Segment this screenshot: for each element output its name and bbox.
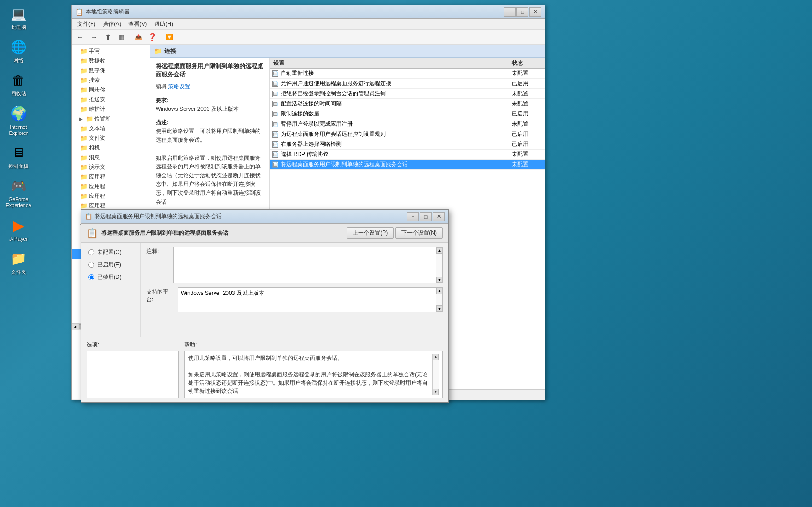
- dialog-maximize-button[interactable]: □: [420, 212, 432, 221]
- settings-row-7[interactable]: 📄 在服务器上选择网络检测 已启用: [270, 139, 545, 150]
- settings-row-3[interactable]: 📄 配置活动连接的时间间隔 未配置: [270, 99, 545, 109]
- radio-not-configured[interactable]: 未配置(C): [88, 248, 133, 256]
- window-title-text: 本地组策略编辑器: [86, 8, 504, 16]
- window-close-button[interactable]: ✕: [529, 7, 541, 17]
- toolbar-filter-button[interactable]: 🔽: [163, 31, 176, 43]
- desktop-icon-ie[interactable]: 🌍 Internet Explorer: [2, 104, 35, 136]
- radio-not-configured-label: 未配置(C): [97, 248, 122, 256]
- dialog-platform-scroll-up[interactable]: ▲: [436, 288, 442, 294]
- dialog-title-text: 将远程桌面服务用户限制到单独的远程桌面服务会话: [95, 213, 407, 220]
- help-scrollbar: ▲ ▼: [432, 354, 439, 395]
- setting-name-6: 📄 为远程桌面服务用户会话远程控制设置规则: [270, 129, 508, 139]
- scroll-left-arrow[interactable]: ◀: [72, 324, 78, 330]
- recycle-icon: 🗑: [9, 71, 28, 89]
- setting-name-0: 📄 自动重新连接: [270, 69, 508, 78]
- folder-icon-label: 文件夹: [11, 269, 26, 275]
- tree-item-file[interactable]: 📁 文件资: [72, 133, 150, 143]
- toolbar-export-button[interactable]: 📤: [132, 31, 145, 43]
- tree-item-shouxie[interactable]: 📁 手写: [72, 46, 150, 56]
- settings-row-8[interactable]: 📄 选择 RDP 传输协议 未配置: [270, 150, 545, 160]
- toolbar-separator2: [161, 33, 161, 42]
- help-scroll-up[interactable]: ▲: [433, 354, 439, 360]
- policy-icon-0: 📄: [272, 70, 279, 77]
- desktop-icon-control[interactable]: 🖥 控制面板: [2, 144, 35, 169]
- tree-item-msg[interactable]: 📁 消息: [72, 153, 150, 162]
- radio-not-configured-input[interactable]: [88, 249, 94, 255]
- settings-row-2[interactable]: 📄 拒绝将已经登录到控制台会话的管理员注销 未配置: [270, 89, 545, 99]
- recycle-icon-label: 回收站: [11, 91, 26, 97]
- settings-row-5[interactable]: 📄 暂停用户登录以完成应用注册 未配置: [270, 119, 545, 129]
- desktop-icon-network[interactable]: 🌐 网络: [2, 38, 35, 63]
- setting-name-2: 📄 拒绝将已经登录到控制台会话的管理员注销: [270, 89, 508, 98]
- policy-icon-2: 📄: [272, 90, 279, 98]
- settings-header: 设置 状态: [270, 58, 545, 69]
- policy-title: 将远程桌面服务用户限制到单独的远程桌面服务会话: [156, 62, 264, 79]
- next-setting-button[interactable]: 下一个设置(N): [395, 227, 443, 239]
- prev-setting-button[interactable]: 上一个设置(P): [347, 227, 394, 239]
- help-scroll-down[interactable]: ▼: [433, 389, 439, 395]
- dialog-bottom: 选项: 帮助: 使用此策略设置，可以将用户限制到单独的远程桌面服务会话。 如果启…: [81, 337, 448, 402]
- settings-row-1[interactable]: 📄 允许用户通过使用远程桌面服务进行远程连接 已启用: [270, 79, 545, 89]
- breadcrumb-text: 连接: [164, 47, 176, 55]
- options-box: [87, 351, 179, 398]
- header-setting: 设置: [270, 58, 508, 68]
- dialog-header: 📋 将远程桌面服务用户限制到单独的远程桌面服务会话 上一个设置(P) 下一个设置…: [81, 224, 448, 243]
- settings-row-4[interactable]: 📄 限制连接的数量 已启用: [270, 109, 545, 119]
- settings-row-9[interactable]: 📄 将远程桌面服务用户限制到单独的远程桌面服务会话 未配置: [270, 160, 545, 170]
- tree-item-app3[interactable]: 📁 应用程: [72, 191, 150, 201]
- policy-icon-8: 📄: [272, 151, 279, 158]
- tree-item-sync[interactable]: 📁 同步你: [72, 85, 150, 95]
- desktop-icon-geforce[interactable]: 🎮 GeForce Experience: [2, 177, 35, 208]
- desktop-icon-jplayer[interactable]: ▶ J-Player: [2, 216, 35, 242]
- req-value: Windows Server 2003 及以上版本: [156, 105, 264, 114]
- dialog-platform-scroll-down[interactable]: ▼: [436, 305, 442, 312]
- tree-item-camera[interactable]: 📁 相机: [72, 143, 150, 153]
- tree-item-digital[interactable]: 📁 数字保: [72, 66, 150, 75]
- menu-view[interactable]: 查看(V): [125, 19, 151, 29]
- tree-item-app1[interactable]: 📁 应用程: [72, 172, 150, 182]
- toolbar-help-button[interactable]: ❓: [146, 31, 159, 43]
- menu-help[interactable]: 帮助(H): [151, 19, 177, 29]
- menu-action[interactable]: 操作(A): [99, 19, 125, 29]
- desktop-icon-pc[interactable]: 💻 此电脑: [2, 5, 35, 30]
- window-minimize-button[interactable]: －: [504, 7, 516, 17]
- dialog-note-scroll-track[interactable]: [436, 254, 442, 277]
- dialog-platform-scroll-track[interactable]: [436, 294, 442, 305]
- radio-disabled[interactable]: 已禁用(D): [88, 273, 133, 281]
- menu-file[interactable]: 文件(F): [74, 19, 99, 29]
- tree-item-data[interactable]: 📁 数据收: [72, 56, 150, 66]
- tree-item-text-input[interactable]: 📁 文本输: [72, 124, 150, 133]
- dialog-close-button[interactable]: ✕: [433, 212, 445, 221]
- tree-item-maintain[interactable]: 📁 维护计: [72, 104, 150, 114]
- tree-item-present[interactable]: 📁 演示文: [72, 162, 150, 172]
- tree-item-location[interactable]: ▶ 📁 位置和: [72, 114, 150, 124]
- tree-item-push[interactable]: 📁 推送安: [72, 95, 150, 104]
- settings-row-6[interactable]: 📄 为远程桌面服务用户会话远程控制设置规则 已启用: [270, 129, 545, 139]
- radio-enabled-label: 已启用(E): [97, 261, 121, 269]
- desktop-icon-recycle[interactable]: 🗑 回收站: [2, 71, 35, 97]
- toolbar-forward-button[interactable]: →: [87, 31, 100, 43]
- dialog-note-scroll-up[interactable]: ▲: [436, 247, 442, 254]
- radio-enabled-input[interactable]: [88, 262, 94, 268]
- breadcrumb-folder-icon: 📁: [154, 47, 162, 55]
- radio-disabled-input[interactable]: [88, 274, 94, 280]
- toolbar-back-button[interactable]: ←: [74, 31, 87, 43]
- folder-icon-desktop: 📁: [9, 249, 28, 268]
- dialog-note-content[interactable]: [174, 247, 436, 283]
- policy-icon-3: 📄: [272, 100, 279, 108]
- settings-row-0[interactable]: 📄 自动重新连接 未配置: [270, 69, 545, 79]
- help-scroll-track[interactable]: [433, 360, 439, 389]
- tree-item-search[interactable]: 📁 搜索: [72, 75, 150, 85]
- toolbar-show-button[interactable]: ▦: [115, 31, 128, 43]
- dialog-note-scroll-down[interactable]: ▼: [436, 277, 442, 283]
- dialog-note-section: 注释: ▲ ▼: [146, 247, 443, 283]
- window-maximize-button[interactable]: □: [516, 7, 528, 17]
- desktop-icon-folder[interactable]: 📁 文件夹: [2, 249, 35, 275]
- edit-policy-link[interactable]: 策略设置: [168, 83, 190, 90]
- dialog-minimize-button[interactable]: －: [407, 212, 419, 221]
- tree-item-app2[interactable]: 📁 应用程: [72, 182, 150, 191]
- policy-icon-7: 📄: [272, 141, 279, 148]
- radio-enabled[interactable]: 已启用(E): [88, 261, 133, 269]
- toolbar-up-button[interactable]: ⬆: [101, 31, 114, 43]
- dialog-help-section: 帮助: 使用此策略设置，可以将用户限制到单独的远程桌面服务会话。 如果启用此策略…: [184, 341, 443, 398]
